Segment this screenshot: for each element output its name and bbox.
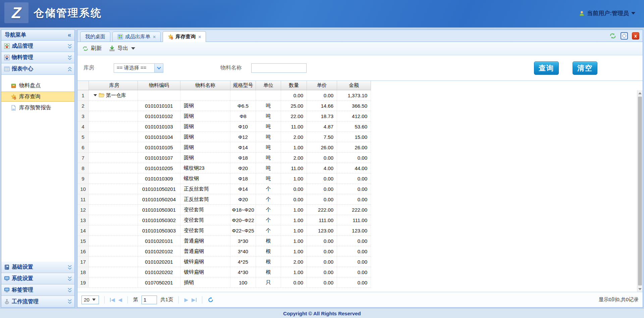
cell-spec: Φ20 — [230, 194, 256, 204]
content-area: 导航菜单 « 成品管理 物料管理 — [1, 30, 643, 308]
cell-name: 普通扁钢 — [180, 246, 230, 256]
table-row[interactable]: 40101010103圆钢Φ10吨11.004.8753.60 — [77, 121, 371, 132]
table-row[interactable]: 50101010104圆钢Φ12吨2.007.5015.00 — [77, 132, 371, 142]
close-panel-icon[interactable]: x — [632, 32, 639, 40]
table-row[interactable]: 12010101050301变径套筒Φ18~Φ20个1.00222.00222.… — [77, 205, 371, 215]
reload-grid-icon[interactable] — [208, 297, 214, 303]
vertical-scrollbar[interactable] — [637, 90, 643, 292]
cell-name: 圆钢 — [180, 132, 230, 142]
page-size-select[interactable]: 20 — [82, 296, 99, 304]
sidebar-section-label-management[interactable]: 标签管理 — [1, 284, 74, 296]
warehouse-select[interactable]: == 请选择 == — [114, 63, 163, 73]
table-row[interactable]: 190107050201插销100只0.000.000.00 — [77, 277, 371, 288]
sidebar-section-basic-settings[interactable]: 基础设置 — [1, 262, 74, 273]
table-row[interactable]: 10010101050201正反丝套筒Φ14个0.000.000.00 — [77, 184, 371, 194]
cell-spec: Φ18 — [230, 173, 256, 183]
column-header-spec[interactable]: 规格型号 — [230, 81, 256, 90]
cell-code: 0101020201 — [138, 257, 180, 267]
last-page-button[interactable]: ▶ — [192, 297, 197, 303]
current-user-menu[interactable]: 当前用户:管理员 — [579, 9, 635, 17]
table-row[interactable]: 180101020202镀锌扁钢4*30根1.000.000.00 — [77, 267, 371, 277]
column-header-qty[interactable]: 数量 — [281, 81, 307, 90]
export-icon — [109, 46, 115, 52]
tab-product-outbound[interactable]: 成品出库单 × — [112, 32, 161, 42]
table-row[interactable]: 70101010107圆钢Φ18吨2.000.000.00 — [77, 153, 371, 163]
cell-warehouse — [89, 267, 138, 277]
sidebar-section-finished-goods[interactable]: 成品管理 — [1, 41, 74, 52]
export-button[interactable]: 导出 — [109, 45, 135, 52]
table-row[interactable]: 60101010105圆钢Φ14吨1.0026.0026.00 — [77, 142, 371, 153]
cell-price: 0.00 — [307, 267, 337, 277]
cell-warehouse — [89, 236, 138, 246]
table-row[interactable]: 13010101050302变径套筒Φ20~Φ22个1.00111.00111.… — [77, 215, 371, 225]
sidebar-section-materials[interactable]: 物料管理 — [1, 52, 74, 63]
cell-amount: 0.00 — [337, 257, 371, 267]
column-header-unit[interactable]: 单位 — [256, 81, 281, 90]
cell-warehouse — [89, 111, 138, 121]
table-row[interactable]: 150101020101普通扁钢3*30根1.000.000.00 — [77, 236, 371, 246]
cell-code — [138, 90, 180, 100]
tree-expand-icon[interactable] — [94, 94, 97, 96]
cell-code: 0101020202 — [138, 267, 180, 277]
cell-price: 0.00 — [307, 246, 337, 256]
export-label: 导出 — [117, 45, 128, 52]
table-row[interactable]: 160101020102普通扁钢3*40根1.000.000.00 — [77, 246, 371, 257]
query-button[interactable]: 查询 — [534, 61, 559, 75]
cell-unit: 个 — [256, 205, 281, 215]
sidebar-item-material-stocktake[interactable]: 物料盘点 — [1, 81, 74, 91]
column-header-price[interactable]: 单价 — [307, 81, 337, 90]
page-number-input[interactable] — [142, 296, 157, 304]
table-row[interactable]: 1第一仓库0.000.001,373.10 — [77, 90, 371, 101]
table-row[interactable]: 20101010101圆钢Φ6.5吨25.0014.66366.50 — [77, 101, 371, 111]
table-row[interactable]: 90101010309螺纹钢Φ18吨1.000.000.00 — [77, 173, 371, 184]
warehouse-select-value: == 请选择 == — [114, 65, 154, 71]
tab-my-desktop[interactable]: 我的桌面 — [80, 32, 110, 42]
scroll-down-icon[interactable] — [637, 286, 643, 292]
submenu-label: 物料盘点 — [19, 82, 41, 89]
sidebar-section-reports[interactable]: 报表中心 — [1, 63, 74, 75]
cell-num: 6 — [77, 142, 89, 152]
scrollbar-thumb[interactable] — [638, 97, 642, 285]
cell-num: 15 — [77, 236, 89, 246]
maximize-icon[interactable] — [621, 32, 628, 40]
cell-amount: 0.00 — [337, 236, 371, 246]
cell-spec — [230, 90, 256, 100]
cell-code: 010101050303 — [138, 225, 180, 235]
sidebar-item-stock-alert-report[interactable]: 库存预警报告 — [1, 103, 74, 113]
chevron-down-icon — [68, 276, 72, 281]
medal-icon — [168, 34, 173, 40]
scroll-up-icon[interactable] — [637, 90, 643, 96]
refresh-button[interactable]: 刷新 — [82, 45, 102, 52]
first-page-button[interactable]: ◀ — [110, 297, 115, 303]
prev-page-button[interactable]: ◀ — [118, 297, 122, 303]
table-row[interactable]: 30101010102圆钢Φ8吨22.0018.73412.00 — [77, 111, 371, 121]
table-row[interactable]: 170101020201镀锌扁钢4*25根2.000.000.00 — [77, 257, 371, 267]
material-name-input[interactable] — [251, 63, 307, 73]
column-header-name[interactable]: 物料名称 — [180, 81, 230, 90]
column-header-code[interactable]: 物料编码 — [138, 81, 180, 90]
submenu-label: 库存预警报告 — [19, 104, 51, 111]
table-row[interactable]: 14010101050303变径套筒Φ22~Φ25个1.00123.00123.… — [77, 225, 371, 236]
cell-qty: 1.00 — [281, 246, 307, 256]
next-page-button[interactable]: ▶ — [184, 297, 188, 303]
storage-box-icon — [11, 83, 16, 89]
cell-spec: 100 — [230, 277, 256, 287]
tab-close-icon[interactable]: × — [153, 34, 156, 40]
table-row[interactable]: 11010101050204正反丝套筒Φ20个0.000.000.00 — [77, 194, 371, 205]
user-icon — [579, 10, 585, 16]
sidebar-item-inventory-query[interactable]: 库存查询 — [1, 92, 74, 102]
sidebar-section-system-settings[interactable]: 系统设置 — [1, 273, 74, 284]
cell-price: 0.00 — [307, 194, 337, 204]
tab-close-icon[interactable]: × — [198, 34, 201, 40]
cell-unit: 吨 — [256, 173, 281, 183]
column-header-warehouse[interactable]: 库房 — [89, 81, 138, 90]
table-row[interactable]: 80101010205螺纹钢23Φ20吨11.004.0044.00 — [77, 163, 371, 173]
cell-qty: 2.00 — [281, 257, 307, 267]
clear-button[interactable]: 清空 — [573, 61, 597, 75]
tab-inventory-query[interactable]: 库存查询 × — [163, 31, 206, 42]
sidebar-collapse-icon[interactable]: « — [68, 32, 71, 39]
column-header-amount[interactable]: 金额 — [337, 81, 371, 90]
refresh-tabs-icon[interactable] — [609, 33, 616, 39]
sidebar-section-workflow[interactable]: 工作流管理 — [1, 296, 74, 307]
chevron-down-icon — [68, 44, 72, 49]
